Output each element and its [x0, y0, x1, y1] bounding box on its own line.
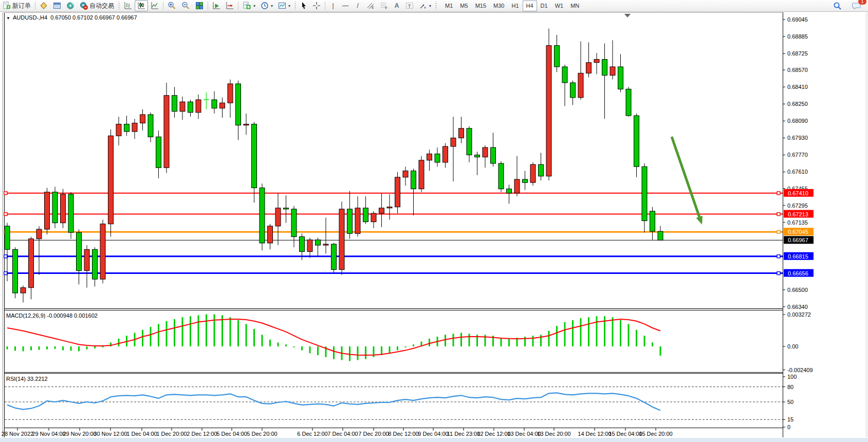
horizontal-line-objects[interactable]: 0.674100.672130.670450.669670.668150.666… — [4, 189, 814, 277]
market-watch-button[interactable] — [37, 0, 50, 11]
horizontal-line-button[interactable]: — — [339, 0, 352, 11]
svg-text:0.67610: 0.67610 — [787, 169, 808, 175]
svg-text:12 Dec 12:00: 12 Dec 12:00 — [477, 431, 510, 437]
periods-button[interactable]: ▾ — [258, 0, 275, 11]
rsi-levels — [5, 387, 783, 420]
templates-dropdown-caret[interactable]: ▾ — [288, 4, 290, 8]
line-chart-icon — [151, 2, 159, 10]
search-button[interactable] — [830, 0, 844, 11]
macd-label: MACD(12,26,9) -0.000948 0.001602 — [6, 312, 98, 319]
zoom-in-icon — [168, 2, 176, 10]
horizontal-line-icon: — — [342, 2, 349, 9]
chart-context-arrow-icon[interactable]: ▼ — [6, 16, 10, 21]
chart-shift-icon — [226, 2, 234, 10]
trendline-button[interactable]: / — [352, 0, 364, 11]
svg-text:0.67135: 0.67135 — [787, 219, 808, 226]
zoom-out-button[interactable] — [179, 0, 193, 11]
chart-shift-button[interactable] — [223, 0, 236, 11]
autotrading-icon — [80, 2, 88, 10]
crosshair-button[interactable] — [310, 0, 323, 11]
tile-windows-button[interactable] — [193, 0, 206, 11]
vertical-line-icon: | — [329, 2, 337, 9]
candles-layer — [5, 29, 663, 303]
timeframe-h4[interactable]: H4 — [523, 1, 537, 11]
chart-title: ▼AUDUSD-,H4 0.67050 0.67102 0.66967 0.66… — [6, 14, 137, 21]
arrows-dropdown-caret[interactable]: ▾ — [429, 4, 431, 8]
autotrading-button[interactable]: 自动交易 — [77, 0, 117, 11]
svg-text:5 Dec 04:00: 5 Dec 04:00 — [216, 431, 247, 437]
svg-text:0: 0 — [787, 424, 790, 430]
svg-text:11 Dec 23:00: 11 Dec 23:00 — [447, 431, 481, 437]
bar-chart-icon — [124, 2, 132, 10]
svg-text:0.68250: 0.68250 — [787, 101, 808, 107]
toolbar-grip[interactable] — [294, 2, 297, 10]
indicators-dropdown-caret[interactable]: ▾ — [253, 4, 255, 8]
svg-text:6 Dec 12:00: 6 Dec 12:00 — [297, 431, 327, 437]
svg-text:0.69045: 0.69045 — [787, 16, 808, 23]
toolbar: 新订单 — [0, 0, 868, 12]
standard-group: 新订单 — [0, 0, 117, 11]
macd-axis: 0.0032720.00-0.002409 — [783, 311, 813, 373]
price-chart[interactable]: 0.690450.688850.687250.685700.684100.682… — [0, 12, 868, 442]
timeframe-h1[interactable]: H1 — [508, 1, 522, 11]
navigator-button[interactable] — [64, 0, 77, 11]
text-button[interactable]: A — [391, 0, 403, 11]
svg-text:0.66656: 0.66656 — [788, 270, 808, 277]
svg-text:0.68090: 0.68090 — [787, 118, 808, 124]
timeframe-m1[interactable]: M1 — [441, 1, 456, 11]
mt4-window: 新订单 — [0, 0, 868, 442]
svg-text:0.67295: 0.67295 — [787, 202, 808, 209]
time-axis[interactable]: 28 Nov 202229 Nov 04:0029 Nov 20:0030 No… — [2, 428, 673, 437]
price-axis[interactable]: 0.690450.688850.687250.685700.684100.682… — [783, 16, 808, 310]
toolbar-grip[interactable] — [435, 2, 437, 10]
svg-text:5 Dec 20:00: 5 Dec 20:00 — [247, 431, 277, 437]
timeframe-group: M1 M5 M15 M30 H1 H4 D1 W1 MN — [441, 0, 583, 11]
macd-values: -0.000948 0.001602 — [47, 312, 97, 319]
bar-chart-button[interactable] — [121, 0, 135, 11]
indicators-icon — [243, 2, 251, 10]
zoom-in-button[interactable] — [165, 0, 179, 11]
equidistant-channel-button[interactable]: E — [364, 0, 377, 11]
arrows-tool-button[interactable]: ▾ — [416, 0, 434, 11]
timeframe-m5[interactable]: M5 — [456, 1, 471, 11]
svg-text:9 Dec 04:00: 9 Dec 04:00 — [418, 431, 448, 437]
data-window-button[interactable] — [50, 0, 64, 11]
timeframe-m15[interactable]: M15 — [472, 1, 490, 11]
timeframe-w1[interactable]: W1 — [551, 1, 567, 11]
cursor-button[interactable] — [298, 0, 310, 11]
timeframe-d1[interactable]: D1 — [537, 1, 551, 11]
timeframe-mn[interactable]: MN — [567, 1, 583, 11]
label-button[interactable]: T — [403, 0, 416, 11]
rsi-axis: 1008050150 — [783, 374, 797, 430]
auto-scroll-button[interactable] — [210, 0, 223, 11]
new-order-button[interactable]: 新订单 — [0, 0, 33, 11]
timeframe-m30[interactable]: M30 — [490, 1, 508, 11]
trend-arrow-annotation[interactable] — [672, 137, 703, 225]
templates-button[interactable]: ▾ — [275, 0, 293, 11]
notifications-button[interactable]: 1 — [849, 0, 864, 11]
svg-text:50: 50 — [787, 399, 793, 405]
navigator-icon — [66, 2, 75, 10]
svg-text:0.00: 0.00 — [787, 343, 798, 349]
candlestick-button[interactable] — [135, 0, 148, 11]
chart-svg[interactable]: 0.690450.688850.687250.685700.684100.682… — [0, 12, 868, 442]
vertical-line-button[interactable]: | — [327, 0, 339, 11]
market-watch-icon — [40, 2, 48, 10]
svg-text:0.67930: 0.67930 — [787, 135, 808, 141]
trendline-icon: / — [354, 2, 361, 9]
crosshair-icon — [312, 2, 321, 10]
chart-shift-marker[interactable] — [624, 14, 631, 17]
svg-text:0.68410: 0.68410 — [787, 84, 808, 90]
arrows-tool-icon — [419, 2, 427, 10]
indicators-button[interactable]: ▾ — [240, 0, 258, 11]
periods-dropdown-caret[interactable]: ▾ — [271, 4, 273, 8]
svg-text:8 Dec 12:00: 8 Dec 12:00 — [388, 431, 418, 437]
fibonacci-button[interactable]: F — [377, 0, 391, 11]
line-chart-button[interactable] — [148, 0, 161, 11]
macd-histogram — [7, 314, 660, 361]
svg-text:0.68570: 0.68570 — [787, 67, 808, 73]
autotrading-label: 自动交易 — [89, 2, 114, 10]
toolbar-grip[interactable] — [118, 2, 120, 10]
svg-text:0.67770: 0.67770 — [787, 152, 808, 158]
svg-text:0.66340: 0.66340 — [787, 304, 808, 310]
